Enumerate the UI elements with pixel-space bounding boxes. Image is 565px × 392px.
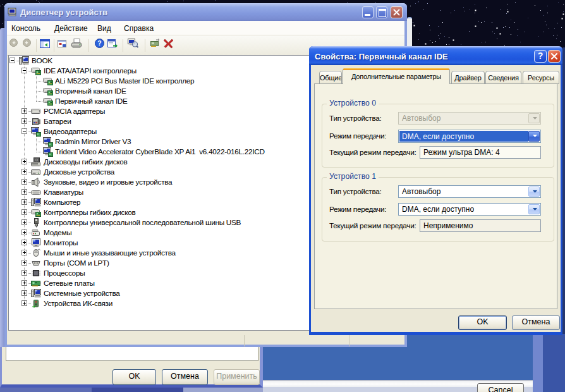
svg-text:?: ? (97, 39, 101, 47)
